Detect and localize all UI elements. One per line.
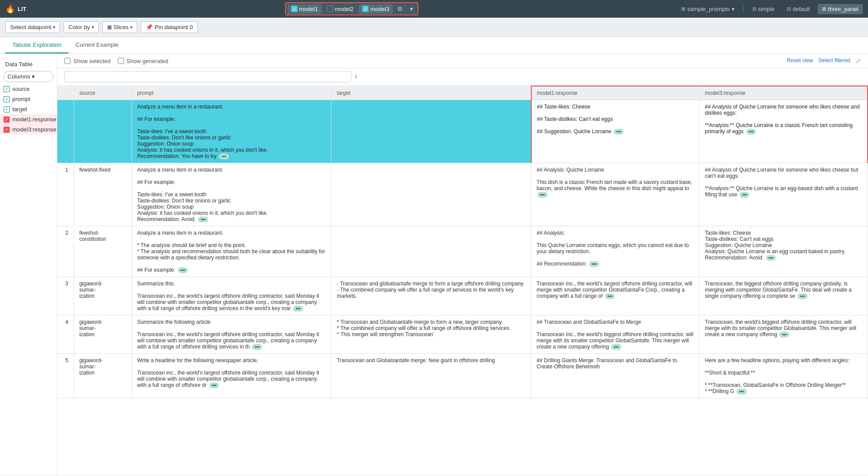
- top-bar: 🔥 LIT ✓ model1 model2 ✓ model3 ⚙ ▾ ⊞ sam…: [0, 0, 868, 18]
- td-rownum-4: 4: [57, 315, 74, 354]
- td-rownum-3: 3: [57, 277, 74, 315]
- col-model3-checkbox: ✓: [4, 127, 10, 133]
- table-controls-right: Reset view Select filtered ⤢: [787, 57, 861, 64]
- more-badge-p4[interactable]: •••: [252, 344, 262, 350]
- td-model3-2: Taste-likes: Cheese Taste-dislikes: Can'…: [699, 226, 868, 277]
- col-model1response[interactable]: ✓ model1:response: [0, 114, 57, 124]
- more-badge-4m1[interactable]: •••: [611, 344, 621, 350]
- col-model3response[interactable]: ✓ model3:response: [0, 124, 57, 135]
- pin-datapoint-btn[interactable]: 📌 Pin datapoint 0: [141, 21, 198, 33]
- expand-icon[interactable]: ⤢: [856, 57, 861, 64]
- col-target-label: target: [12, 106, 27, 112]
- td-rownum-1: 1: [57, 163, 74, 226]
- tab-tabular[interactable]: Tabular Exploration: [5, 37, 68, 53]
- color-by-arrow: ▾: [92, 25, 94, 30]
- color-by-btn[interactable]: Color by ▾: [64, 21, 98, 33]
- col-model1-label: model1:response: [12, 116, 56, 123]
- th-prompt: prompt: [132, 86, 331, 100]
- simple-label: simple: [758, 6, 775, 12]
- td-model3-h: ## Analysis of Quiche Lorraine for someo…: [699, 100, 868, 163]
- more-badge-3m1[interactable]: •••: [605, 293, 615, 299]
- app-title: LIT: [18, 6, 26, 12]
- show-generated-checkbox[interactable]: [118, 58, 124, 64]
- more-badge-ph[interactable]: •••: [219, 154, 229, 159]
- search-input[interactable]: [64, 71, 351, 82]
- more-badge-p2[interactable]: •••: [178, 267, 188, 273]
- default-label: default: [793, 6, 810, 12]
- col-model1-checkbox: ✓: [4, 116, 10, 123]
- td-model1-1: ## Analysis: Quiche Lorraine This dish i…: [531, 163, 699, 226]
- model-dropdown-btn[interactable]: ▾: [407, 4, 416, 14]
- td-target-5: Transocean and Globalsantafe merge: New …: [331, 354, 531, 398]
- td-target-1: [331, 163, 531, 226]
- three-panel-layout-btn[interactable]: ⊞ three_panel: [818, 4, 863, 14]
- color-by-label: Color by: [68, 24, 90, 30]
- more-badge-2m1[interactable]: •••: [589, 261, 599, 267]
- col-target-checkbox: ✓: [4, 106, 10, 112]
- columns-dropdown-btn[interactable]: Columns ▾: [4, 71, 53, 82]
- data-table: source prompt target model1:response mod…: [57, 86, 868, 398]
- app-logo: 🔥 LIT: [5, 4, 26, 14]
- data-table-title: Data Table: [0, 57, 57, 69]
- model1-label: model1: [299, 6, 318, 12]
- simple-layout-btn[interactable]: ⊟ simple: [748, 4, 779, 14]
- td-target-2: [331, 226, 531, 277]
- model2-btn[interactable]: model2: [323, 4, 357, 14]
- td-rownum-h: [57, 100, 74, 163]
- td-target-4: * Transocean and Globalsantafe merge to …: [331, 315, 531, 354]
- main-content: Data Table Columns ▾ ✓ source ✓ prompt ✓…: [0, 54, 868, 475]
- td-model1-2: ## Analysis: This Quiche Lorraine contai…: [531, 226, 699, 277]
- more-badge-p1[interactable]: •••: [198, 217, 208, 222]
- show-selected-checkbox[interactable]: [64, 58, 71, 64]
- table-row-highlighted: Analyze a menu item in a restaurant. ## …: [57, 100, 868, 163]
- col-source[interactable]: ✓ source: [0, 84, 57, 94]
- th-rownum: [57, 86, 74, 100]
- sample-prompts-arrow: ▾: [732, 6, 735, 12]
- col-target[interactable]: ✓ target: [0, 104, 57, 114]
- reset-view-btn[interactable]: Reset view: [787, 57, 813, 64]
- default-layout-btn[interactable]: ⊟ default: [782, 4, 814, 14]
- col-prompt-checkbox: ✓: [4, 96, 10, 102]
- more-badge-1m3[interactable]: •••: [740, 192, 750, 198]
- td-source-2: fewshot-constitution: [74, 226, 132, 277]
- more-badge-5m3[interactable]: •••: [736, 389, 747, 394]
- select-filtered-btn[interactable]: Select filtered: [818, 57, 850, 64]
- col-model3-label: model3:response: [12, 126, 56, 133]
- td-model3-3: Transocean, the biggest offshore drillin…: [699, 277, 868, 315]
- model-selector-group: ✓ model1 model2 ✓ model3 ⚙ ▾: [285, 2, 418, 15]
- model3-checkbox: ✓: [362, 6, 368, 12]
- table-row-1: 1 fewshot-fixed Analyze a menu item in a…: [57, 163, 868, 226]
- td-model1-5: ## Drilling Giants Merge: Transocean and…: [531, 354, 699, 398]
- td-model1-3: Transocean Inc., the world's largest off…: [531, 277, 699, 315]
- select-datapoint-btn[interactable]: Select datapoint ▾: [5, 21, 60, 33]
- slices-label: Slices: [113, 24, 129, 30]
- th-model3: model3:response: [699, 86, 868, 100]
- more-badge-1m1[interactable]: •••: [537, 192, 548, 198]
- layout-selector: ⊞ sample_prompts ▾ | ⊟ simple ⊟ default …: [677, 4, 863, 14]
- td-prompt-3: Summarize this. Transocean inc., the wor…: [132, 277, 331, 315]
- model-settings-btn[interactable]: ⚙: [395, 4, 406, 14]
- table-row-2: 2 fewshot-constitution Analyze a menu it…: [57, 226, 868, 277]
- model3-btn[interactable]: ✓ model3: [359, 4, 393, 14]
- sample-prompts-btn[interactable]: ⊞ sample_prompts ▾: [677, 4, 739, 14]
- model-selector-area: ✓ model1 model2 ✓ model3 ⚙ ▾: [34, 2, 670, 15]
- more-badge-3m3[interactable]: •••: [797, 293, 808, 299]
- model1-btn[interactable]: ✓ model1: [288, 4, 322, 14]
- more-badge-p3[interactable]: •••: [293, 306, 303, 311]
- th-source: source: [74, 86, 132, 100]
- col-prompt[interactable]: ✓ prompt: [0, 94, 57, 104]
- more-badge-p5[interactable]: •••: [209, 382, 219, 388]
- slices-btn[interactable]: ▦ Slices ▾: [102, 21, 138, 33]
- show-generated-label: Show generated: [127, 58, 169, 64]
- pin-icon: 📌: [146, 24, 153, 30]
- more-badge-m3[interactable]: •••: [746, 129, 756, 135]
- tab-current-example[interactable]: Current Example: [68, 37, 126, 53]
- model2-checkbox: [327, 6, 333, 12]
- tabs-bar: Tabular Exploration Current Example: [0, 37, 868, 54]
- more-badge-m1[interactable]: •••: [614, 129, 624, 135]
- table-controls: Show selected Show generated Reset view …: [57, 54, 868, 68]
- th-target: target: [331, 86, 531, 100]
- search-info-icon: ℹ: [355, 73, 357, 80]
- more-badge-4m3[interactable]: •••: [779, 332, 789, 337]
- more-badge-2m3[interactable]: •••: [766, 255, 776, 261]
